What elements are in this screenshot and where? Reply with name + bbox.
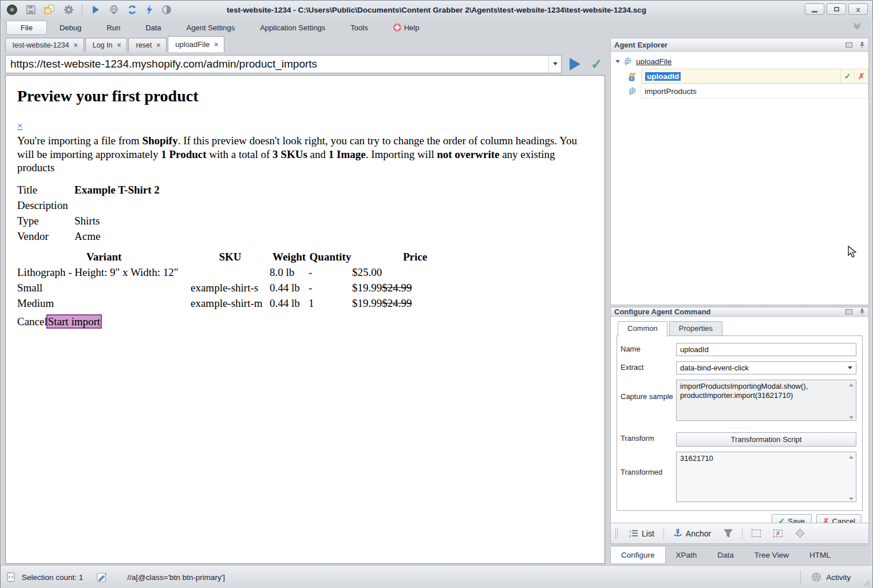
splitter-handle[interactable]: ······· bbox=[621, 426, 856, 429]
price-cell: $19.99$24.99 bbox=[352, 295, 478, 311]
tree-node-uploadfile[interactable]: uploadFile bbox=[611, 54, 868, 69]
close-button[interactable]: x bbox=[848, 3, 868, 15]
tree-expand-icon[interactable] bbox=[615, 60, 620, 63]
menu-file[interactable]: File bbox=[6, 21, 47, 35]
tab-xpath[interactable]: XPath bbox=[666, 547, 708, 564]
locate-button[interactable] bbox=[792, 527, 808, 540]
clear-selection-button[interactable]: ✗ bbox=[770, 528, 786, 539]
tab-reset[interactable]: reset× bbox=[128, 38, 167, 52]
menu-help[interactable]: Help bbox=[381, 21, 432, 35]
sku-cell: example-shirt-m bbox=[191, 295, 270, 311]
extract-select[interactable]: data-bind-event-click bbox=[676, 361, 856, 374]
settings-gear-icon[interactable] bbox=[64, 5, 74, 15]
detail-row: TitleExample T-Shirt 2 bbox=[17, 182, 593, 198]
scroll-up-icon[interactable] bbox=[849, 456, 854, 459]
tab-close-icon[interactable]: × bbox=[117, 42, 121, 49]
transform-row: Transform Transformation Script bbox=[621, 432, 856, 447]
tab-close-icon[interactable]: × bbox=[214, 41, 218, 48]
menu-data[interactable]: Data bbox=[133, 21, 173, 35]
scroll-down-icon[interactable] bbox=[849, 498, 854, 500]
tree-node-label[interactable]: uploadId bbox=[645, 72, 681, 81]
menu-agent-settings[interactable]: Agent Settings bbox=[174, 21, 248, 35]
float-panel-icon[interactable] bbox=[846, 42, 852, 48]
accept-command-button[interactable]: ✓ bbox=[840, 69, 854, 83]
refresh-icon[interactable] bbox=[127, 5, 137, 15]
window-controls: x bbox=[805, 3, 868, 15]
toolbar-separator bbox=[82, 4, 82, 15]
transformation-script-button[interactable]: Transformation Script bbox=[676, 432, 856, 447]
navigate-button[interactable] bbox=[566, 56, 583, 73]
debug-lightning-icon[interactable] bbox=[145, 5, 153, 15]
transformed-label: Transformed bbox=[621, 452, 676, 476]
start-import-link[interactable]: Start import bbox=[48, 315, 101, 327]
weight-cell: 0.44 lb bbox=[270, 295, 309, 311]
contrast-icon[interactable] bbox=[161, 5, 172, 15]
dismiss-link[interactable]: × bbox=[17, 120, 23, 132]
anchor-button[interactable]: Anchor bbox=[670, 527, 714, 540]
tab-close-icon[interactable]: × bbox=[156, 42, 160, 49]
tree-node-label[interactable]: importProducts bbox=[645, 87, 697, 96]
tab-configure[interactable]: Configure bbox=[610, 547, 666, 564]
detail-row: TypeShirts bbox=[17, 213, 593, 228]
run-play-icon[interactable] bbox=[90, 5, 101, 15]
tab-common[interactable]: Common bbox=[618, 321, 667, 337]
confirm-button[interactable]: ✓ bbox=[588, 56, 605, 73]
tab-tree-view[interactable]: Tree View bbox=[744, 547, 799, 564]
scroll-down-icon[interactable] bbox=[849, 416, 854, 419]
resize-grip[interactable] bbox=[862, 578, 870, 586]
tab-html[interactable]: HTML bbox=[799, 547, 841, 564]
name-input[interactable] bbox=[676, 343, 856, 356]
svg-text:1: 1 bbox=[629, 530, 631, 533]
tab-properties[interactable]: Properties bbox=[669, 321, 722, 336]
col-header-quantity: Quantity bbox=[309, 249, 352, 265]
window-title: test-website-1234 - C:\Users\Public\Docu… bbox=[227, 1, 646, 19]
ribbon-collapse-icon[interactable] bbox=[852, 22, 862, 30]
toolbar-grip[interactable] bbox=[615, 528, 618, 539]
close-icon: x bbox=[856, 6, 860, 13]
filter-button[interactable] bbox=[720, 527, 736, 539]
scroll-up-icon[interactable] bbox=[849, 384, 854, 386]
tab-data[interactable]: Data bbox=[707, 547, 744, 564]
selection-rectangle-icon bbox=[752, 530, 761, 537]
delete-command-button[interactable]: ✗ bbox=[854, 69, 868, 83]
browser-globe-icon[interactable] bbox=[109, 5, 119, 15]
address-bar bbox=[5, 55, 562, 73]
url-dropdown-button[interactable] bbox=[548, 56, 561, 73]
tree-node-uploadid[interactable]: uploadId ✓ ✗ bbox=[611, 69, 868, 84]
edit-xpath-icon[interactable] bbox=[97, 572, 108, 583]
menu-debug[interactable]: Debug bbox=[47, 21, 94, 35]
toolbar-separator bbox=[663, 527, 664, 540]
tab-close-icon[interactable]: × bbox=[74, 42, 78, 49]
tree-node-importproducts[interactable]: importProducts bbox=[611, 84, 868, 98]
agent-explorer-title: Agent Explorer bbox=[614, 41, 667, 49]
url-input[interactable] bbox=[6, 56, 548, 73]
tab-log-in[interactable]: Log In× bbox=[85, 38, 128, 52]
cancel-link[interactable]: Cancel bbox=[17, 315, 48, 327]
pin-icon[interactable] bbox=[859, 41, 865, 49]
menu-tools[interactable]: Tools bbox=[338, 21, 380, 35]
agent-command-icon bbox=[623, 57, 633, 66]
quantity-cell: - bbox=[309, 265, 352, 280]
menu-run[interactable]: Run bbox=[94, 21, 133, 35]
capture-sample-textarea[interactable]: importProductsImportingModal.show(), pro… bbox=[676, 380, 856, 421]
import-actions: CancelStart import bbox=[17, 314, 593, 329]
tab-test-website-1234[interactable]: test-website-1234× bbox=[5, 38, 84, 52]
maximize-button[interactable] bbox=[827, 3, 846, 15]
save-icon[interactable] bbox=[26, 5, 36, 15]
select-region-button[interactable] bbox=[748, 528, 764, 539]
float-panel-icon[interactable] bbox=[846, 309, 852, 314]
tree-node-label[interactable]: uploadFile bbox=[636, 57, 671, 66]
selected-tree-row[interactable]: uploadId ✓ ✗ bbox=[641, 69, 868, 84]
menu-application-settings[interactable]: Application Settings bbox=[247, 21, 338, 35]
transformed-textarea[interactable]: 31621710 bbox=[676, 452, 856, 502]
activity-reel-icon bbox=[811, 572, 821, 582]
pin-icon[interactable] bbox=[859, 308, 865, 315]
detail-row: Description bbox=[17, 198, 593, 213]
activity-label[interactable]: Activity bbox=[826, 573, 851, 582]
tree-row[interactable]: importProducts bbox=[641, 84, 868, 98]
open-agent-icon[interactable] bbox=[44, 5, 56, 15]
list-button[interactable]: 12 List bbox=[626, 527, 658, 540]
minimize-button[interactable] bbox=[805, 3, 824, 15]
tab-uploadfile[interactable]: uploadFile× bbox=[168, 36, 224, 52]
minimize-icon bbox=[812, 11, 817, 13]
